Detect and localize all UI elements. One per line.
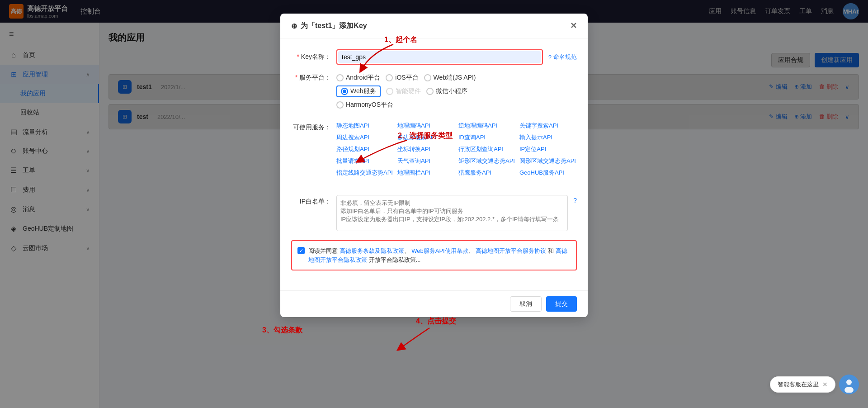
agreement-link-1[interactable]: 高德服务条款及隐私政策 [340,247,404,254]
service-geocoding[interactable]: 地理编码API [397,122,455,130]
services-label: 可使用服务： [291,122,336,132]
required-star-platform: * [295,74,297,81]
service-input-tip[interactable]: 输入提示API [519,133,577,142]
harmony-label: HarmonyOS平台 [346,101,393,109]
platform-webservice[interactable]: Web服务 [336,85,381,97]
annotation-step4: 4、点击提交 [416,317,456,326]
submit-button[interactable]: 提交 [546,296,577,312]
modal-title: 为「test1」添加Key [301,21,367,31]
ip-whitelist-label: IP白名单： [291,195,336,206]
chat-bubble[interactable]: 智能客服在这里 ✕ [770,376,835,393]
annotation-step3: 3、勾选条款 [262,326,302,335]
agreement-link-3[interactable]: 高德地图开放平台服务协议 [476,247,546,254]
modal-close-button[interactable]: ✕ [570,21,577,31]
chat-close-button[interactable]: ✕ [822,381,828,388]
service-reverse-geocoding[interactable]: 逆地理编码API [458,122,516,130]
key-name-input[interactable] [338,51,541,63]
service-ip-location[interactable]: IP定位API [519,145,577,153]
platform-row: * 服务平台： Android平台 iOS平台 [291,74,577,113]
service-circle-traffic[interactable]: 圆形区域交通态势API [519,157,577,165]
chat-widget: 智能客服在这里 ✕ [770,375,859,394]
modal-footer: 取消 提交 [280,290,588,317]
services-grid: 静态地图API 地理编码API 逆地理编码API 关键字搜索API 周边搜索AP… [336,122,577,177]
wechat-label: 微信小程序 [436,87,467,95]
service-geo-fence[interactable]: 地理围栏API [397,169,455,177]
wechat-radio[interactable] [426,88,434,95]
platform-harmony[interactable]: HarmonyOS平台 [336,101,393,109]
naming-rule-link[interactable]: ? 命名规范 [548,53,577,61]
platform-third-row: HarmonyOS平台 [336,101,577,109]
service-district-query[interactable]: 行政区划查询API [458,145,516,153]
smart-hardware-radio [386,88,393,95]
key-name-input-wrapper [336,49,543,65]
ios-label: iOS平台 [395,74,418,82]
ip-whitelist-row: IP白名单： ? [291,195,577,231]
service-weather[interactable]: 天气查询API [397,157,455,165]
chat-label: 智能客服在这里 [778,380,819,389]
agreement-text: 阅读并同意 高德服务条款及隐私政策、 Web服务API使用条款、 高德地图开放平… [308,247,571,264]
agreement-checkbox[interactable]: ✓ [297,247,305,254]
service-route-planning[interactable]: 路径规划API [336,145,394,153]
service-route-traffic[interactable]: 指定线路交通态势API [336,169,394,177]
platform-first-row: Android平台 iOS平台 Web端(JS API) [336,74,577,82]
question-icon: ? [548,54,552,61]
modal-body: * Key名称： ? 命名规范 * 服务平台： [280,38,588,290]
service-static-map[interactable]: 静态地图API [336,122,394,130]
platform-label: * 服务平台： [291,74,336,82]
android-label: Android平台 [346,74,380,82]
ip-whitelist-textarea[interactable] [336,195,568,231]
service-nearby-search[interactable]: 周边搜索API [336,133,394,142]
service-polygon-search[interactable]: 多边形搜索API [397,133,455,142]
modal-plus-icon: ⊕ [291,22,297,30]
platforms-container: Android平台 iOS平台 Web端(JS API) [336,74,577,113]
platform-webjs[interactable]: Web端(JS API) [424,74,476,82]
service-keyword-search[interactable]: 关键字搜索API [519,122,577,130]
service-hunting[interactable]: 猎鹰服务API [458,169,516,177]
webjs-radio[interactable] [424,74,431,81]
add-key-modal: ⊕ 为「test1」添加Key ✕ * Key名称： ? 命名规范 [280,14,588,317]
service-coordinate-convert[interactable]: 坐标转换API [397,145,455,153]
chat-avatar-icon [841,376,857,393]
platform-android[interactable]: Android平台 [336,74,380,82]
android-radio[interactable] [336,74,344,81]
cancel-button[interactable]: 取消 [510,296,542,312]
service-id-query[interactable]: ID查询API [458,133,516,142]
service-batch-request[interactable]: 批量请求API [336,157,394,165]
agreement-link-2[interactable]: Web服务API使用条款 [411,247,468,254]
service-rect-traffic[interactable]: 矩形区域交通态势API [458,157,516,165]
modal-overlay[interactable]: 1、起个名 2、选择服务类型 3、勾选条款 4、点击提交 ⊕ 为「test1」添… [0,0,868,408]
service-geohub[interactable]: GeoHUB服务API [519,169,577,177]
ios-radio[interactable] [386,74,393,81]
platform-second-row: Web服务 智能硬件 微信小程序 [336,85,577,97]
webservice-label: Web服务 [350,87,376,95]
platform-ios[interactable]: iOS平台 [386,74,418,82]
webservice-radio[interactable] [341,88,348,95]
svg-point-1 [846,380,852,385]
harmony-radio[interactable] [336,101,344,109]
platform-wechat[interactable]: 微信小程序 [426,87,467,95]
required-star: * [297,53,299,60]
key-name-row: * Key名称： ? 命名规范 [291,49,577,65]
arrow-step4 [398,328,434,351]
smart-hardware-label: 智能硬件 [396,87,421,95]
ip-help-icon[interactable]: ? [573,197,577,204]
services-row: 可使用服务： 静态地图API 地理编码API 逆地理编码API 关键字搜索API… [291,122,577,186]
chat-avatar[interactable] [839,375,859,394]
modal-header: ⊕ 为「test1」添加Key ✕ [280,14,588,38]
webjs-label: Web端(JS API) [434,74,476,82]
platform-smart-hardware[interactable]: 智能硬件 [386,87,421,95]
key-name-label: * Key名称： [291,53,336,61]
agreement-row: ✓ 阅读并同意 高德服务条款及隐私政策、 Web服务API使用条款、 高德地图开… [291,240,577,270]
services-grid-container: 静态地图API 地理编码API 逆地理编码API 关键字搜索API 周边搜索AP… [336,122,577,186]
